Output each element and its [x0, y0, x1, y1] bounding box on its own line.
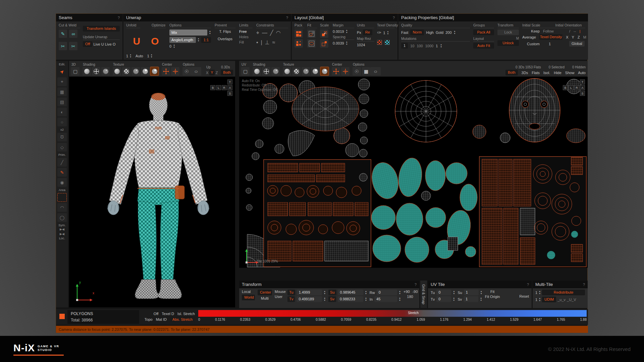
map-rez-value[interactable]: 1024 — [357, 43, 374, 47]
mirror-left-icon[interactable]: ◀ — [62, 228, 64, 231]
re-button[interactable]: Re — [363, 29, 372, 35]
texture-checker-icon[interactable] — [122, 67, 130, 75]
rotate-180-button[interactable]: 180 — [404, 295, 417, 299]
uv-lower-button[interactable]: _u_v — [557, 298, 566, 302]
overlaps-button[interactable]: Overlaps — [215, 37, 235, 41]
keep-button[interactable]: Keep — [522, 29, 540, 33]
line-tool[interactable]: ╱ — [57, 158, 67, 167]
tile-tu-spinner[interactable] — [453, 291, 455, 295]
hotkey-l[interactable]: L — [569, 85, 574, 90]
transform-gizmo-tool[interactable]: ⌖ — [57, 77, 67, 86]
tiles-u-spinner[interactable] — [539, 291, 541, 295]
uv-texture-checker-icon[interactable] — [292, 67, 301, 75]
uv-upper-button[interactable]: _U_V — [567, 298, 576, 302]
unfold-iterations-spinner[interactable] — [129, 54, 131, 58]
axis-y-button[interactable]: Y — [572, 35, 574, 39]
hotkey-t[interactable]: T — [227, 79, 232, 84]
in-value[interactable]: 45 — [374, 296, 397, 302]
hotkey-s[interactable]: S — [227, 91, 232, 96]
perpendicular-constraint-icon[interactable]: ⊥ — [265, 39, 270, 46]
sv-spinner[interactable] — [365, 297, 367, 301]
average-button[interactable]: Average — [522, 35, 536, 39]
unfold-button[interactable]: U — [133, 36, 140, 46]
tiles-u-value[interactable]: 1 — [535, 291, 537, 295]
in-spinner[interactable] — [399, 297, 401, 301]
vertical-constraint-icon[interactable]: | — [261, 40, 262, 46]
optimize-iterations-value[interactable]: 1 — [147, 54, 149, 58]
orientation-bar-button[interactable]: | — [579, 29, 580, 33]
hotkey-r[interactable]: R — [222, 85, 227, 90]
uv-shading-wireshaded-icon[interactable] — [271, 67, 280, 75]
quality-spinner[interactable] — [454, 31, 456, 35]
space-local-button[interactable]: Local — [242, 290, 255, 294]
transform-islands-button[interactable]: Transform Islands — [83, 26, 120, 32]
up-y-button[interactable]: Y — [209, 70, 214, 75]
free-button[interactable]: Free — [239, 29, 253, 34]
center-move-icon[interactable] — [162, 67, 170, 75]
help-icon[interactable]: ? — [393, 16, 395, 20]
uv-center-move-icon[interactable] — [332, 67, 340, 75]
custom-value[interactable]: 1 — [543, 42, 556, 46]
mutations-spinner[interactable] — [440, 44, 442, 48]
filter-flats-button[interactable]: Flats — [532, 71, 540, 75]
fill-button[interactable]: Fill — [239, 40, 253, 44]
mirror-left2-icon[interactable]: ◀ — [62, 232, 64, 236]
uv-texture-image-icon[interactable] — [311, 67, 319, 75]
fit-origin-button[interactable]: Fit Origin — [485, 295, 500, 299]
wave-constraint-icon[interactable]: ≈ — [272, 40, 275, 46]
quality-value[interactable]: 200 — [445, 31, 451, 35]
scale-down-icon[interactable] — [320, 39, 328, 48]
fit-button[interactable]: Fit — [485, 290, 500, 294]
hotkey-t[interactable]: T — [580, 79, 585, 84]
display-abs-stretch-button[interactable]: Abs. Stretch — [170, 317, 195, 322]
tile-tv-value[interactable]: 0 — [436, 296, 451, 302]
uv-grid-icon[interactable]: ▦ — [362, 67, 370, 75]
sv-tag[interactable]: Sv — [328, 296, 336, 302]
curve-constraint-icon[interactable]: ◠ — [276, 29, 281, 36]
cylinder-tool[interactable]: ○ — [57, 118, 67, 126]
axis-z-button[interactable]: Z — [578, 35, 580, 39]
uv-texture-none-icon[interactable] — [283, 67, 291, 75]
texel-density-spinner[interactable] — [387, 31, 389, 35]
spacing-value[interactable]: 0.0039 — [333, 41, 344, 45]
tu-value[interactable]: 1.4999 — [297, 290, 322, 295]
angle-length-spinner[interactable] — [198, 38, 200, 42]
hotkey-l[interactable]: L — [216, 85, 221, 90]
display-matid-button[interactable]: Mat ID — [156, 317, 167, 321]
quality-gold-button[interactable]: Gold — [436, 31, 443, 35]
texture-image-selected-icon[interactable] — [150, 67, 159, 75]
help-icon[interactable]: ? — [118, 16, 120, 20]
margin-spinner[interactable] — [346, 29, 348, 34]
mutations-value[interactable]: 1 — [436, 44, 438, 48]
sv-value[interactable]: 0.988233 — [338, 296, 363, 302]
quality-fast-button[interactable]: Fast — [401, 31, 408, 35]
pack-all-icon[interactable] — [294, 29, 303, 38]
pivot-user-button[interactable]: User — [275, 295, 285, 299]
tu-tag[interactable]: Tu — [287, 290, 295, 295]
viewport-3d[interactable]: T B L R A S y x — [69, 77, 235, 307]
pivot-multi-button[interactable]: Multi — [258, 296, 272, 300]
tile-su-spinner[interactable] — [480, 291, 482, 295]
up-z-button[interactable]: Z — [216, 71, 218, 75]
projection-tool[interactable]: ◐ — [57, 108, 67, 116]
tv-tag[interactable]: Tv — [287, 296, 295, 302]
display-isl-stretch-button[interactable]: Isl. Stretch — [177, 312, 195, 316]
su-value[interactable]: 0.989645 — [338, 290, 363, 295]
space-world-button[interactable]: World — [242, 295, 255, 300]
mix-dropdown[interactable]: Mix — [169, 29, 207, 36]
axis-m-button[interactable]: M — [583, 35, 586, 39]
unfold-iterations-value[interactable]: 1 — [126, 54, 128, 58]
mutations-1000-button[interactable]: 1000 — [425, 44, 433, 48]
shading-wire-icon[interactable] — [92, 67, 100, 75]
mutations-100-button[interactable]: 100 — [417, 44, 423, 48]
shield-tool[interactable]: ◇ — [57, 143, 67, 152]
texel-density-button[interactable]: Texel Density — [539, 34, 562, 40]
orientation-dash-button[interactable]: -- — [574, 29, 576, 33]
uv-ellipse-icon[interactable]: ○ — [370, 67, 381, 75]
optimize-button[interactable]: O — [151, 36, 159, 46]
viewport-uv[interactable]: Auto Fit: On Redistribute: Off Real Time… — [239, 77, 588, 268]
option-zero-value[interactable]: 0 — [169, 44, 171, 48]
edge-constraint-icon[interactable]: — — [262, 30, 267, 36]
display-texel-button[interactable]: Texel D — [162, 312, 174, 316]
angle-length-dropdown[interactable]: Angle/Length — [169, 37, 196, 43]
